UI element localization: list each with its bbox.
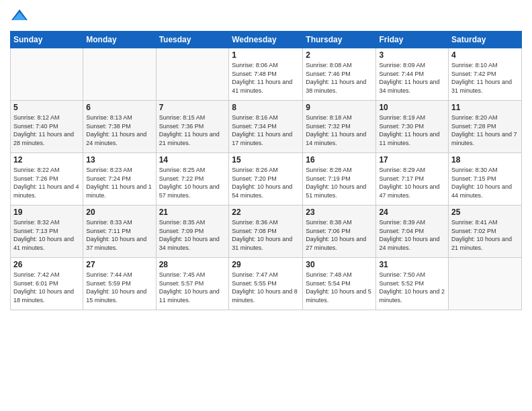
table-row [449,258,522,310]
day-info: Sunrise: 8:08 AM Sunset: 7:46 PM Dayligh… [306,61,373,95]
table-row: 14Sunrise: 8:25 AM Sunset: 7:22 PM Dayli… [156,153,229,205]
table-row: 20Sunrise: 8:33 AM Sunset: 7:11 PM Dayli… [83,205,156,258]
day-info: Sunrise: 8:32 AM Sunset: 7:13 PM Dayligh… [13,218,80,252]
table-row: 21Sunrise: 8:35 AM Sunset: 7:09 PM Dayli… [156,205,229,258]
day-number: 25 [451,208,519,217]
day-info: Sunrise: 8:15 AM Sunset: 7:36 PM Dayligh… [159,113,226,147]
day-number: 6 [86,103,152,112]
col-saturday: Saturday [449,32,522,48]
col-friday: Friday [376,32,449,48]
day-number: 5 [13,103,80,112]
day-number: 29 [232,260,300,269]
day-number: 3 [379,50,445,60]
day-info: Sunrise: 8:06 AM Sunset: 7:48 PM Dayligh… [232,61,300,95]
table-row: 10Sunrise: 8:19 AM Sunset: 7:30 PM Dayli… [376,101,449,153]
day-number: 14 [159,155,226,165]
table-row: 28Sunrise: 7:45 AM Sunset: 5:57 PM Dayli… [156,258,229,310]
table-row: 4Sunrise: 8:10 AM Sunset: 7:42 PM Daylig… [449,48,522,101]
day-info: Sunrise: 7:47 AM Sunset: 5:55 PM Dayligh… [232,271,300,304]
day-number: 4 [451,50,519,60]
table-row: 29Sunrise: 7:47 AM Sunset: 5:55 PM Dayli… [229,258,303,310]
day-info: Sunrise: 8:33 AM Sunset: 7:11 PM Dayligh… [86,218,152,252]
table-row [156,48,229,101]
day-info: Sunrise: 8:35 AM Sunset: 7:09 PM Dayligh… [159,218,226,252]
day-number: 15 [232,155,300,165]
table-row: 6Sunrise: 8:13 AM Sunset: 7:38 PM Daylig… [83,101,156,153]
table-row: 25Sunrise: 8:41 AM Sunset: 7:02 PM Dayli… [449,205,522,258]
col-wednesday: Wednesday [229,32,303,48]
calendar-table: Sunday Monday Tuesday Wednesday Thursday… [10,31,522,310]
day-number: 13 [86,155,152,165]
day-info: Sunrise: 8:10 AM Sunset: 7:42 PM Dayligh… [451,61,519,95]
table-row: 15Sunrise: 8:26 AM Sunset: 7:20 PM Dayli… [229,153,303,205]
day-info: Sunrise: 8:18 AM Sunset: 7:32 PM Dayligh… [306,113,373,147]
day-number: 18 [451,155,519,165]
day-info: Sunrise: 7:44 AM Sunset: 5:59 PM Dayligh… [86,271,152,304]
table-row: 9Sunrise: 8:18 AM Sunset: 7:32 PM Daylig… [303,101,376,153]
calendar-week-row: 19Sunrise: 8:32 AM Sunset: 7:13 PM Dayli… [11,205,522,258]
day-info: Sunrise: 8:20 AM Sunset: 7:28 PM Dayligh… [451,113,519,147]
table-row: 30Sunrise: 7:48 AM Sunset: 5:54 PM Dayli… [303,258,376,310]
day-info: Sunrise: 8:28 AM Sunset: 7:19 PM Dayligh… [306,166,373,199]
table-row: 19Sunrise: 8:32 AM Sunset: 7:13 PM Dayli… [11,205,83,258]
day-number: 21 [159,208,226,217]
day-number: 8 [232,103,300,112]
day-number: 19 [13,208,80,217]
day-info: Sunrise: 8:39 AM Sunset: 7:04 PM Dayligh… [379,218,445,252]
day-info: Sunrise: 8:23 AM Sunset: 7:24 PM Dayligh… [86,166,152,199]
table-row: 12Sunrise: 8:22 AM Sunset: 7:26 PM Dayli… [11,153,83,205]
day-info: Sunrise: 8:26 AM Sunset: 7:20 PM Dayligh… [232,166,300,199]
table-row: 11Sunrise: 8:20 AM Sunset: 7:28 PM Dayli… [449,101,522,153]
col-thursday: Thursday [303,32,376,48]
day-number: 24 [379,208,445,217]
table-row [11,48,83,101]
day-number: 10 [379,103,445,112]
table-row: 2Sunrise: 8:08 AM Sunset: 7:46 PM Daylig… [303,48,376,101]
table-row [83,48,156,101]
table-row: 24Sunrise: 8:39 AM Sunset: 7:04 PM Dayli… [376,205,449,258]
day-number: 2 [306,50,373,60]
day-number: 27 [86,260,152,269]
day-number: 11 [451,103,519,112]
table-row: 5Sunrise: 8:12 AM Sunset: 7:40 PM Daylig… [11,101,83,153]
table-row: 31Sunrise: 7:50 AM Sunset: 5:52 PM Dayli… [376,258,449,310]
day-info: Sunrise: 7:42 AM Sunset: 6:01 PM Dayligh… [13,271,80,304]
logo [10,7,32,26]
day-info: Sunrise: 8:16 AM Sunset: 7:34 PM Dayligh… [232,113,300,147]
table-row: 16Sunrise: 8:28 AM Sunset: 7:19 PM Dayli… [303,153,376,205]
table-row: 18Sunrise: 8:30 AM Sunset: 7:15 PM Dayli… [449,153,522,205]
header [10,7,522,26]
table-row: 13Sunrise: 8:23 AM Sunset: 7:24 PM Dayli… [83,153,156,205]
col-sunday: Sunday [11,32,83,48]
day-info: Sunrise: 7:50 AM Sunset: 5:52 PM Dayligh… [379,271,445,304]
day-info: Sunrise: 8:22 AM Sunset: 7:26 PM Dayligh… [13,166,80,199]
day-number: 23 [306,208,373,217]
day-number: 31 [379,260,445,269]
calendar-header-row: Sunday Monday Tuesday Wednesday Thursday… [11,32,522,48]
day-number: 12 [13,155,80,165]
calendar-week-row: 5Sunrise: 8:12 AM Sunset: 7:40 PM Daylig… [11,101,522,153]
day-info: Sunrise: 8:25 AM Sunset: 7:22 PM Dayligh… [159,166,226,199]
day-info: Sunrise: 8:38 AM Sunset: 7:06 PM Dayligh… [306,218,373,252]
calendar-week-row: 1Sunrise: 8:06 AM Sunset: 7:48 PM Daylig… [11,48,522,101]
table-row: 23Sunrise: 8:38 AM Sunset: 7:06 PM Dayli… [303,205,376,258]
day-number: 1 [232,50,300,60]
day-number: 20 [86,208,152,217]
day-number: 7 [159,103,226,112]
day-info: Sunrise: 8:41 AM Sunset: 7:02 PM Dayligh… [451,218,519,252]
table-row: 1Sunrise: 8:06 AM Sunset: 7:48 PM Daylig… [229,48,303,101]
day-info: Sunrise: 8:19 AM Sunset: 7:30 PM Dayligh… [379,113,445,147]
day-info: Sunrise: 7:48 AM Sunset: 5:54 PM Dayligh… [306,271,373,304]
day-number: 26 [13,260,80,269]
day-number: 30 [306,260,373,269]
table-row: 27Sunrise: 7:44 AM Sunset: 5:59 PM Dayli… [83,258,156,310]
day-number: 28 [159,260,226,269]
table-row: 26Sunrise: 7:42 AM Sunset: 6:01 PM Dayli… [11,258,83,310]
day-number: 22 [232,208,300,217]
day-info: Sunrise: 8:13 AM Sunset: 7:38 PM Dayligh… [86,113,152,147]
day-info: Sunrise: 8:12 AM Sunset: 7:40 PM Dayligh… [13,113,80,147]
day-info: Sunrise: 8:09 AM Sunset: 7:44 PM Dayligh… [379,61,445,95]
logo-icon [10,7,29,26]
day-info: Sunrise: 7:45 AM Sunset: 5:57 PM Dayligh… [159,271,226,304]
table-row: 7Sunrise: 8:15 AM Sunset: 7:36 PM Daylig… [156,101,229,153]
